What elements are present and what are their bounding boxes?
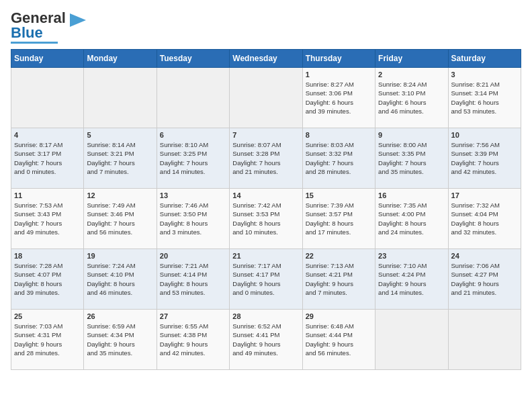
- calendar-cell: 26Sunrise: 6:59 AM Sunset: 4:34 PM Dayli…: [84, 310, 157, 370]
- calendar-cell: [375, 310, 448, 370]
- weekday-header-friday: Friday: [375, 50, 448, 68]
- day-info: Sunrise: 7:53 AM Sunset: 3:43 PM Dayligh…: [14, 201, 81, 236]
- day-number: 11: [14, 191, 81, 199]
- calendar-cell: 6Sunrise: 8:10 AM Sunset: 3:25 PM Daylig…: [157, 128, 229, 189]
- calendar-cell: 2Sunrise: 8:24 AM Sunset: 3:10 PM Daylig…: [375, 68, 448, 128]
- calendar-cell: 15Sunrise: 7:39 AM Sunset: 3:57 PM Dayli…: [302, 189, 375, 249]
- logo-underline: [11, 42, 58, 44]
- day-number: 28: [232, 312, 299, 320]
- calendar-cell: 3Sunrise: 8:21 AM Sunset: 3:14 PM Daylig…: [448, 68, 521, 128]
- calendar-cell: 4Sunrise: 8:17 AM Sunset: 3:17 PM Daylig…: [11, 128, 84, 189]
- calendar-header-row: SundayMondayTuesdayWednesdayThursdayFrid…: [11, 50, 521, 68]
- calendar-cell: 14Sunrise: 7:42 AM Sunset: 3:53 PM Dayli…: [230, 189, 302, 249]
- calendar-cell: 20Sunrise: 7:21 AM Sunset: 4:14 PM Dayli…: [157, 249, 229, 310]
- calendar-week-row: 11Sunrise: 7:53 AM Sunset: 3:43 PM Dayli…: [11, 189, 521, 249]
- weekday-header-tuesday: Tuesday: [157, 50, 229, 68]
- calendar-body: 1Sunrise: 8:27 AM Sunset: 3:06 PM Daylig…: [11, 68, 521, 370]
- calendar-cell: 27Sunrise: 6:55 AM Sunset: 4:38 PM Dayli…: [157, 310, 229, 370]
- day-number: 5: [87, 131, 153, 139]
- svg-marker-0: [70, 13, 86, 27]
- day-info: Sunrise: 7:21 AM Sunset: 4:14 PM Dayligh…: [160, 261, 226, 297]
- day-info: Sunrise: 8:07 AM Sunset: 3:28 PM Dayligh…: [232, 140, 299, 176]
- calendar-cell: [230, 68, 302, 128]
- logo: GeneralBlue: [11, 11, 86, 44]
- calendar-cell: 16Sunrise: 7:35 AM Sunset: 4:00 PM Dayli…: [375, 189, 448, 249]
- day-info: Sunrise: 7:24 AM Sunset: 4:10 PM Dayligh…: [87, 261, 153, 297]
- calendar-cell: 17Sunrise: 7:32 AM Sunset: 4:04 PM Dayli…: [448, 189, 521, 249]
- calendar-week-row: 18Sunrise: 7:28 AM Sunset: 4:07 PM Dayli…: [11, 249, 521, 310]
- day-number: 19: [87, 252, 153, 260]
- day-number: 13: [160, 191, 226, 199]
- day-number: 14: [232, 191, 299, 199]
- day-info: Sunrise: 8:21 AM Sunset: 3:14 PM Dayligh…: [451, 80, 518, 116]
- calendar-cell: 13Sunrise: 7:46 AM Sunset: 3:50 PM Dayli…: [157, 189, 229, 249]
- weekday-header-monday: Monday: [84, 50, 157, 68]
- day-info: Sunrise: 7:06 AM Sunset: 4:27 PM Dayligh…: [451, 261, 518, 297]
- day-info: Sunrise: 8:24 AM Sunset: 3:10 PM Dayligh…: [378, 80, 445, 116]
- page-header: GeneralBlue: [11, 11, 521, 44]
- calendar-table: SundayMondayTuesdayWednesdayThursdayFrid…: [11, 49, 521, 370]
- day-number: 24: [451, 252, 518, 260]
- day-info: Sunrise: 8:10 AM Sunset: 3:25 PM Dayligh…: [160, 140, 226, 176]
- calendar-cell: 28Sunrise: 6:52 AM Sunset: 4:41 PM Dayli…: [230, 310, 302, 370]
- calendar-cell: 21Sunrise: 7:17 AM Sunset: 4:17 PM Dayli…: [230, 249, 302, 310]
- calendar-cell: 18Sunrise: 7:28 AM Sunset: 4:07 PM Dayli…: [11, 249, 84, 310]
- logo-blue: Blue: [11, 24, 43, 41]
- day-number: 20: [160, 252, 226, 260]
- calendar-week-row: 25Sunrise: 7:03 AM Sunset: 4:31 PM Dayli…: [11, 310, 521, 370]
- day-info: Sunrise: 8:00 AM Sunset: 3:35 PM Dayligh…: [378, 140, 445, 176]
- weekday-header-thursday: Thursday: [302, 50, 375, 68]
- day-number: 16: [378, 191, 445, 199]
- calendar-cell: [84, 68, 157, 128]
- day-number: 15: [306, 191, 372, 199]
- day-number: 27: [160, 312, 226, 320]
- day-info: Sunrise: 7:39 AM Sunset: 3:57 PM Dayligh…: [306, 201, 372, 236]
- day-info: Sunrise: 6:48 AM Sunset: 4:44 PM Dayligh…: [306, 322, 372, 357]
- day-number: 22: [306, 252, 372, 260]
- day-number: 3: [451, 71, 518, 79]
- day-number: 10: [451, 131, 518, 139]
- weekday-header-wednesday: Wednesday: [230, 50, 302, 68]
- day-info: Sunrise: 7:10 AM Sunset: 4:24 PM Dayligh…: [378, 261, 445, 297]
- day-number: 12: [87, 191, 153, 199]
- calendar-cell: 1Sunrise: 8:27 AM Sunset: 3:06 PM Daylig…: [302, 68, 375, 128]
- calendar-week-row: 4Sunrise: 8:17 AM Sunset: 3:17 PM Daylig…: [11, 128, 521, 189]
- day-info: Sunrise: 6:52 AM Sunset: 4:41 PM Dayligh…: [232, 322, 299, 357]
- calendar-cell: 22Sunrise: 7:13 AM Sunset: 4:21 PM Dayli…: [302, 249, 375, 310]
- day-number: 8: [306, 131, 372, 139]
- day-number: 1: [306, 71, 372, 79]
- day-info: Sunrise: 7:03 AM Sunset: 4:31 PM Dayligh…: [14, 322, 81, 357]
- calendar-cell: [448, 310, 521, 370]
- day-number: 21: [232, 252, 299, 260]
- day-number: 18: [14, 252, 81, 260]
- calendar-cell: 9Sunrise: 8:00 AM Sunset: 3:35 PM Daylig…: [375, 128, 448, 189]
- day-info: Sunrise: 7:17 AM Sunset: 4:17 PM Dayligh…: [232, 261, 299, 297]
- day-number: 23: [378, 252, 445, 260]
- calendar-cell: 7Sunrise: 8:07 AM Sunset: 3:28 PM Daylig…: [230, 128, 302, 189]
- calendar-cell: 29Sunrise: 6:48 AM Sunset: 4:44 PM Dayli…: [302, 310, 375, 370]
- calendar-cell: [157, 68, 229, 128]
- day-info: Sunrise: 8:17 AM Sunset: 3:17 PM Dayligh…: [14, 140, 81, 176]
- day-info: Sunrise: 7:56 AM Sunset: 3:39 PM Dayligh…: [451, 140, 518, 176]
- day-info: Sunrise: 7:46 AM Sunset: 3:50 PM Dayligh…: [160, 201, 226, 236]
- day-info: Sunrise: 7:42 AM Sunset: 3:53 PM Dayligh…: [232, 201, 299, 236]
- day-info: Sunrise: 7:49 AM Sunset: 3:46 PM Dayligh…: [87, 201, 153, 236]
- day-info: Sunrise: 7:35 AM Sunset: 4:00 PM Dayligh…: [378, 201, 445, 236]
- day-number: 6: [160, 131, 226, 139]
- calendar-cell: 24Sunrise: 7:06 AM Sunset: 4:27 PM Dayli…: [448, 249, 521, 310]
- day-number: 25: [14, 312, 81, 320]
- calendar-cell: [11, 68, 84, 128]
- logo-text: GeneralBlue: [11, 11, 66, 40]
- day-info: Sunrise: 6:55 AM Sunset: 4:38 PM Dayligh…: [160, 322, 226, 357]
- calendar-cell: 23Sunrise: 7:10 AM Sunset: 4:24 PM Dayli…: [375, 249, 448, 310]
- day-info: Sunrise: 8:14 AM Sunset: 3:21 PM Dayligh…: [87, 140, 153, 176]
- day-info: Sunrise: 6:59 AM Sunset: 4:34 PM Dayligh…: [87, 322, 153, 357]
- day-number: 17: [451, 191, 518, 199]
- calendar-cell: 11Sunrise: 7:53 AM Sunset: 3:43 PM Dayli…: [11, 189, 84, 249]
- day-info: Sunrise: 8:03 AM Sunset: 3:32 PM Dayligh…: [306, 140, 372, 176]
- day-info: Sunrise: 7:13 AM Sunset: 4:21 PM Dayligh…: [306, 261, 372, 297]
- logo-icon: [67, 11, 86, 30]
- day-number: 26: [87, 312, 153, 320]
- day-number: 2: [378, 71, 445, 79]
- calendar-cell: 19Sunrise: 7:24 AM Sunset: 4:10 PM Dayli…: [84, 249, 157, 310]
